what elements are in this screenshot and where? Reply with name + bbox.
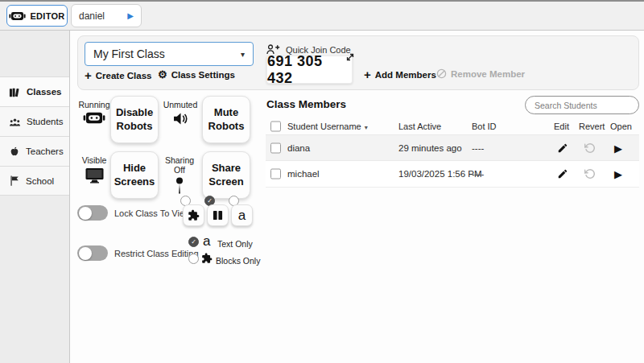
editor-button[interactable]: EDITOR <box>6 5 68 27</box>
share-screen-label: Share Screen <box>204 162 248 189</box>
robot-icon <box>9 11 26 21</box>
member-bot-id: ---- <box>472 143 484 153</box>
sidebar: Classes Students Teachers School <box>0 31 70 363</box>
mode-split-button[interactable] <box>207 204 229 226</box>
screens-status: Visible <box>76 155 112 185</box>
text-only-radio[interactable]: ✓ <box>188 237 199 247</box>
sidebar-item-teachers[interactable]: Teachers <box>0 136 69 166</box>
open-play-icon[interactable]: ▶ <box>614 169 622 179</box>
mode-blocks-button[interactable] <box>183 204 204 226</box>
speaker-icon <box>162 112 199 127</box>
column-header-open: Open <box>610 122 632 131</box>
hide-screens-button[interactable]: Hide Screens <box>110 151 159 199</box>
lock-class-toggle-label: Lock Class To View <box>114 208 191 218</box>
select-all-checkbox[interactable] <box>270 121 281 131</box>
expand-icon[interactable] <box>345 51 355 65</box>
editor-button-label: EDITOR <box>30 11 64 21</box>
sharing-status-label: Sharing Off <box>159 155 200 175</box>
member-last-active: 19/03/2025 1:56 PM <box>398 169 482 179</box>
member-row[interactable]: michael 19/03/2025 1:56 PM ---- ▶ <box>266 161 639 188</box>
mode-text-button[interactable]: a <box>231 204 253 226</box>
audio-status-label: Unmuted <box>162 100 199 109</box>
member-last-active: 29 minutes ago <box>398 143 462 153</box>
sidebar-item-label: Teachers <box>26 146 64 156</box>
no-entry-icon <box>436 68 447 79</box>
blocks-only-label: Blocks Only <box>216 256 260 266</box>
class-settings-label: Class Settings <box>171 70 235 80</box>
text-only-label: Text Only <box>217 239 253 249</box>
run-arrow-icon[interactable]: ▶ <box>127 11 134 20</box>
apple-icon <box>9 146 20 158</box>
revert-icon[interactable] <box>584 168 596 179</box>
row-checkbox[interactable] <box>270 142 281 153</box>
books-icon <box>9 86 21 98</box>
column-header-username[interactable]: Student Username▾ <box>287 122 368 131</box>
sidebar-item-label: School <box>26 176 54 186</box>
user-tab[interactable]: daniel ▶ <box>71 4 142 27</box>
flag-icon <box>9 175 20 187</box>
puzzle-icon <box>201 253 213 264</box>
robot-icon <box>76 112 112 126</box>
member-row[interactable]: diana 29 minutes ago ---- ▶ <box>266 134 639 161</box>
robots-status-label: Running <box>76 100 112 109</box>
disable-robots-label: Disable Robots <box>113 106 156 134</box>
class-members-title: Class Members <box>266 98 346 110</box>
check-icon: ✓ <box>207 197 213 204</box>
user-tab-label: daniel <box>79 10 127 22</box>
quick-join-code: 691 305 432 <box>267 53 352 87</box>
sidebar-item-label: Classes <box>27 87 61 97</box>
open-play-icon[interactable]: ▶ <box>614 142 622 153</box>
robots-status: Running <box>76 100 112 126</box>
gear-icon: ⚙ <box>158 69 167 80</box>
disable-robots-button[interactable]: Disable Robots <box>110 96 159 143</box>
class-select-value: My First Class <box>93 47 241 60</box>
remove-member-button[interactable]: Remove Member <box>436 68 525 79</box>
screens-status-label: Visible <box>76 155 112 165</box>
add-members-label: Add Members <box>375 70 436 80</box>
add-members-button[interactable]: + Add Members <box>364 68 436 80</box>
edit-pencil-icon[interactable] <box>557 142 568 154</box>
column-header-revert: Revert <box>579 122 605 131</box>
create-class-button[interactable]: + Create Class <box>85 69 151 81</box>
share-screen-button[interactable]: Share Screen <box>202 151 250 199</box>
plus-icon: + <box>364 68 371 80</box>
member-username: diana <box>287 143 310 153</box>
puzzle-icon <box>188 209 200 221</box>
create-class-label: Create Class <box>96 71 152 80</box>
mute-robots-label: Mute Robots <box>204 106 248 134</box>
column-header-bot-id[interactable]: Bot ID <box>472 122 497 131</box>
blocks-only-radio[interactable] <box>188 254 199 264</box>
column-header-edit: Edit <box>554 122 569 131</box>
split-columns-icon <box>213 210 223 221</box>
lock-class-toggle[interactable] <box>77 205 108 221</box>
restrict-editing-toggle[interactable] <box>77 245 108 261</box>
column-header-last-active[interactable]: Last Active <box>398 122 441 131</box>
plus-icon: + <box>85 69 92 81</box>
sort-caret-icon: ▾ <box>365 124 368 131</box>
monitor-icon <box>76 167 112 185</box>
audio-status: Unmuted <box>162 100 199 127</box>
hide-screens-label: Hide Screens <box>113 162 156 189</box>
sidebar-item-school[interactable]: School <box>0 166 69 196</box>
students-icon <box>9 117 21 127</box>
revert-icon[interactable] <box>584 142 596 154</box>
mute-robots-button[interactable]: Mute Robots <box>202 96 250 143</box>
members-table-header: Student Username▾ Last Active Bot ID Edi… <box>266 118 639 134</box>
edit-pencil-icon[interactable] <box>557 168 568 179</box>
restrict-editing-toggle-label: Restrict Class Editing <box>114 249 199 258</box>
sidebar-item-students[interactable]: Students <box>0 106 69 136</box>
member-bot-id: ---- <box>472 169 484 179</box>
row-checkbox[interactable] <box>270 169 281 179</box>
search-students-input[interactable] <box>525 96 639 114</box>
sidebar-item-classes[interactable]: Classes <box>0 76 69 106</box>
member-username: michael <box>287 169 320 179</box>
sharing-status: Sharing Off <box>159 155 200 196</box>
quick-join-code-box[interactable]: 691 305 432 <box>266 56 353 84</box>
sidebar-item-label: Students <box>27 117 63 126</box>
class-settings-button[interactable]: ⚙ Class Settings <box>158 69 235 80</box>
app-window: EDITOR daniel ▶ Classes Students Teacher… <box>0 0 644 363</box>
remove-member-label: Remove Member <box>451 69 525 79</box>
class-select[interactable]: My First Class ▾ <box>85 42 254 66</box>
letter-a-icon: a <box>238 208 246 222</box>
check-icon: ✓ <box>191 238 196 245</box>
